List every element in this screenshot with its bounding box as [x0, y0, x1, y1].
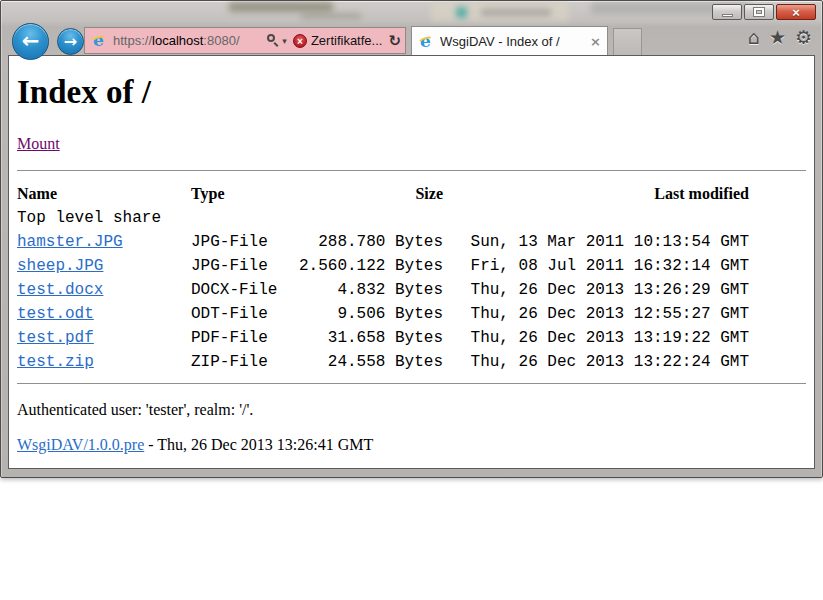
url-host: localhost: [152, 33, 203, 48]
file-size: 9.506 Bytes: [291, 302, 443, 326]
window-controls: ×: [712, 4, 816, 20]
file-link[interactable]: sheep.JPG: [17, 257, 103, 275]
search-dropdown-caret-icon[interactable]: ▾: [282, 36, 287, 46]
file-type: DOCX-File: [191, 278, 291, 302]
file-type: PDF-File: [191, 326, 291, 350]
tab-title: WsgiDAV - Index of /: [440, 34, 584, 49]
forward-button[interactable]: →: [57, 28, 84, 55]
cert-error-label: Zertifikatfe...: [311, 33, 383, 48]
file-modified: Thu, 26 Dec 2013 13:26:29 GMT: [443, 278, 749, 302]
tab-close-icon[interactable]: ×: [590, 34, 601, 49]
file-link[interactable]: hamster.JPG: [17, 233, 123, 251]
table-row: sheep.JPG JPG-File 2.560.122 Bytes Fri, …: [17, 254, 749, 278]
favorites-star-icon[interactable]: ★: [769, 28, 786, 47]
file-modified: Thu, 26 Dec 2013 13:19:22 GMT: [443, 326, 749, 350]
table-row: test.zip ZIP-File 24.558 Bytes Thu, 26 D…: [17, 350, 749, 374]
table-row: hamster.JPG JPG-File 288.780 Bytes Sun, …: [17, 230, 749, 254]
auth-status-text: Authenticated user: 'tester', realm: '/'…: [17, 400, 806, 419]
minimize-button[interactable]: [712, 4, 742, 20]
ie-logo-icon: e: [91, 32, 108, 49]
share-label: Top level share: [17, 206, 749, 230]
server-version-link[interactable]: WsgiDAV/1.0.0.pre: [17, 436, 144, 453]
table-row: test.pdf PDF-File 31.658 Bytes Thu, 26 D…: [17, 326, 749, 350]
file-link[interactable]: test.docx: [17, 281, 103, 299]
minimize-icon: [722, 14, 733, 17]
glass-reflection: [456, 7, 467, 18]
search-icon[interactable]: [266, 34, 279, 47]
server-timestamp: - Thu, 26 Dec 2013 13:26:41 GMT: [144, 436, 373, 453]
column-header-modified: Last modified: [443, 182, 749, 206]
new-tab-button[interactable]: [613, 28, 642, 55]
table-row: test.odt ODT-File 9.506 Bytes Thu, 26 De…: [17, 302, 749, 326]
settings-gear-icon[interactable]: ⚙: [795, 28, 812, 47]
file-link[interactable]: test.zip: [17, 353, 94, 371]
mount-link[interactable]: Mount: [17, 135, 60, 152]
address-bar[interactable]: e https://localhost:8080/ ▾ × Zertifikat…: [84, 27, 406, 54]
window-titlebar[interactable]: ×: [1, 1, 822, 25]
file-type: ZIP-File: [191, 350, 291, 374]
page-viewport: Index of / Mount Name Type Size Last mod…: [8, 55, 815, 469]
url-scheme: https://: [113, 33, 152, 48]
back-arrow-icon: ←: [22, 31, 40, 52]
directory-listing-table: Name Type Size Last modified Top level s…: [17, 182, 749, 374]
tab-ie-logo-icon: e: [418, 33, 435, 50]
forward-arrow-icon: →: [64, 34, 77, 50]
table-row: test.docx DOCX-File 4.832 Bytes Thu, 26 …: [17, 278, 749, 302]
url-path: :8080/: [203, 33, 239, 48]
glass-reflection: [229, 2, 333, 12]
close-window-button[interactable]: ×: [776, 4, 816, 20]
file-size: 24.558 Bytes: [291, 350, 443, 374]
divider: [17, 383, 806, 384]
refresh-icon[interactable]: ↻: [388, 32, 401, 50]
file-size: 31.658 Bytes: [291, 326, 443, 350]
file-size: 4.832 Bytes: [291, 278, 443, 302]
file-type: JPG-File: [191, 254, 291, 278]
file-modified: Thu, 26 Dec 2013 12:55:27 GMT: [443, 302, 749, 326]
glass-reflection: [301, 13, 361, 19]
cert-error-icon: ×: [293, 34, 307, 48]
address-bar-actions: ▾ × Zertifikatfe... ↻: [266, 32, 401, 50]
server-signature: WsgiDAV/1.0.0.pre - Thu, 26 Dec 2013 13:…: [17, 435, 806, 454]
file-modified: Fri, 08 Jul 2011 16:32:14 GMT: [443, 254, 749, 278]
page-title: Index of /: [17, 74, 806, 110]
divider: [17, 170, 806, 171]
file-link[interactable]: test.odt: [17, 305, 94, 323]
back-button[interactable]: ←: [12, 23, 49, 60]
file-type: ODT-File: [191, 302, 291, 326]
file-type: JPG-File: [191, 230, 291, 254]
toolbar-icons: ⌂ ★ ⚙: [739, 28, 812, 47]
browser-tab[interactable]: e WsgiDAV - Index of / ×: [411, 26, 608, 55]
close-icon: ×: [792, 6, 800, 19]
url-text: https://localhost:8080/: [113, 33, 240, 48]
certificate-error-button[interactable]: × Zertifikatfe...: [293, 33, 383, 48]
file-link[interactable]: test.pdf: [17, 329, 94, 347]
table-header-row: Name Type Size Last modified: [17, 182, 749, 206]
browser-window: × ← → e https://localhost:8080/ ▾ × Zert…: [0, 0, 823, 478]
maximize-icon: [754, 8, 764, 16]
glass-reflection: [481, 9, 551, 16]
home-icon[interactable]: ⌂: [748, 28, 760, 47]
maximize-button[interactable]: [744, 4, 774, 20]
column-header-size: Size: [291, 182, 443, 206]
file-size: 288.780 Bytes: [291, 230, 443, 254]
column-header-type: Type: [191, 182, 291, 206]
file-modified: Thu, 26 Dec 2013 13:22:24 GMT: [443, 350, 749, 374]
share-row: Top level share: [17, 206, 749, 230]
file-size: 2.560.122 Bytes: [291, 254, 443, 278]
file-modified: Sun, 13 Mar 2011 10:13:54 GMT: [443, 230, 749, 254]
column-header-name: Name: [17, 182, 191, 206]
